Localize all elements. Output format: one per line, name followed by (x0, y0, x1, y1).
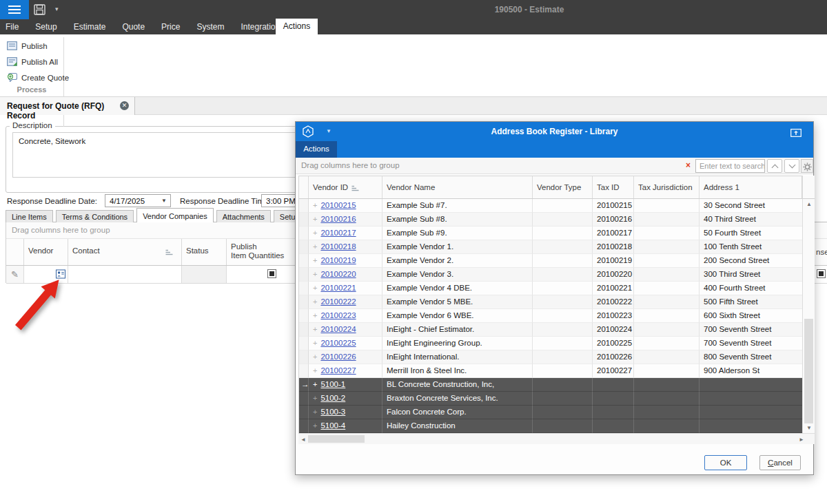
clear-search-icon[interactable]: × (686, 160, 691, 170)
vendor-id-link[interactable]: 20100222 (320, 297, 356, 306)
cancel-button[interactable]: Cancel (759, 455, 801, 470)
menu-item-file[interactable]: File (0, 19, 27, 34)
column-header-vendor[interactable]: Vendor (24, 239, 68, 265)
vendor-id-link[interactable]: 20100220 (320, 270, 356, 278)
pin-window-icon[interactable] (790, 127, 802, 140)
search-input[interactable] (695, 159, 765, 173)
expand-plus-icon[interactable]: + (313, 325, 317, 333)
vendor-id-link[interactable]: 5100-3 (320, 408, 345, 416)
vendor-row-20100219[interactable]: +20100219Example Vendor 2.20100219200 Se… (299, 254, 802, 268)
licensed-checkbox-partial[interactable] (817, 269, 826, 278)
tab-line-items[interactable]: Line Items (6, 210, 53, 222)
vendor-row-20100218[interactable]: +20100218Example Vendor 1.20100218100 Te… (299, 240, 802, 254)
expand-plus-icon[interactable]: + (313, 256, 317, 264)
vendor-id-link[interactable]: 20100217 (320, 229, 356, 237)
vendor-id-link[interactable]: 20100227 (320, 366, 356, 375)
column-header-vendor-id[interactable]: Vendor ID (309, 176, 382, 198)
search-previous-button[interactable] (767, 159, 782, 173)
vendor-row-20100220[interactable]: +20100220Example Vendor 3.20100220300 Th… (299, 268, 802, 282)
hamburger-menu-button[interactable] (0, 0, 29, 19)
column-header-contact[interactable]: Contact (68, 239, 182, 265)
tab-terms-conditions[interactable]: Terms & Conditions (56, 210, 134, 222)
menu-tab-actions[interactable]: Actions (276, 19, 318, 34)
tab-attachments[interactable]: Attachments (216, 210, 271, 222)
vertical-scrollbar-thumb[interactable] (804, 319, 813, 423)
ok-button[interactable]: OK (704, 455, 747, 470)
vendor-row-5100-3[interactable]: +5100-3Falcon Concrete Corp. (299, 406, 802, 419)
vendor-id-link[interactable]: 20100224 (320, 325, 356, 333)
column-header-address-1[interactable]: Address 1 (700, 176, 803, 198)
document-tab-rfq-record[interactable]: Request for Quote (RFQ) Record ✕ (0, 97, 135, 115)
vendor-id-link[interactable]: 20100225 (320, 339, 356, 347)
expand-plus-icon[interactable]: + (313, 297, 317, 306)
expand-plus-icon[interactable]: + (313, 201, 317, 209)
horizontal-scrollbar-thumb[interactable] (308, 435, 365, 443)
dialog-tab-actions[interactable]: Actions (296, 141, 337, 158)
publish-button[interactable]: Publish (7, 40, 48, 52)
vendor-id-link[interactable]: 20100215 (320, 201, 356, 209)
column-header-tax-id[interactable]: Tax ID (593, 176, 634, 198)
horizontal-scrollbar[interactable]: ◄ ► (298, 433, 815, 444)
vendor-id-link[interactable]: 5100-1 (320, 380, 345, 388)
expand-plus-icon[interactable]: + (313, 229, 317, 237)
menu-item-quote[interactable]: Quote (114, 19, 153, 34)
close-icon[interactable]: ✕ (120, 101, 129, 110)
vendor-row-20100216[interactable]: +20100216Example Sub #8.2010021640 Third… (299, 213, 802, 227)
create-quote-button[interactable]: Create Quote (7, 72, 69, 84)
expand-plus-icon[interactable]: + (313, 408, 317, 416)
menu-item-setup[interactable]: Setup (27, 19, 65, 34)
vendor-id-link[interactable]: 5100-4 (320, 421, 345, 430)
expand-plus-icon[interactable]: + (313, 366, 317, 375)
expand-plus-icon[interactable]: + (313, 284, 317, 292)
expand-plus-icon[interactable]: + (313, 353, 317, 361)
chevron-down-icon[interactable]: ▼ (161, 198, 167, 204)
vendor-row-20100226[interactable]: +20100226InEight International.201002268… (299, 350, 802, 364)
expand-plus-icon[interactable]: + (313, 339, 317, 347)
vendor-id-link[interactable]: 20100219 (320, 256, 356, 264)
vendor-id-link[interactable]: 5100-2 (320, 394, 345, 402)
vendor-row-5100-2[interactable]: +5100-2Braxton Concrete Services, Inc. (299, 392, 802, 406)
vendor-row-20100217[interactable]: +20100217Example Sub #9.2010021750 Fourt… (299, 227, 802, 240)
menu-item-system[interactable]: System (188, 19, 232, 34)
expand-plus-icon[interactable]: + (313, 421, 317, 430)
expand-plus-icon[interactable]: + (313, 242, 317, 251)
search-next-button[interactable] (784, 159, 799, 173)
gear-icon[interactable] (801, 159, 813, 173)
tab-vendor-companies[interactable]: Vendor Companies (136, 208, 214, 222)
expand-plus-icon[interactable]: + (313, 394, 317, 402)
scroll-up-icon[interactable]: ▲ (806, 201, 812, 207)
column-header-publish-item-quantities[interactable]: Publish Item Quantities (227, 239, 302, 265)
vendor-row-20100224[interactable]: +20100224InEight - Chief Estimator.20100… (299, 323, 802, 337)
scroll-right-icon[interactable]: ► (799, 437, 804, 443)
menu-item-estimate[interactable]: Estimate (65, 19, 114, 34)
vendor-row-20100222[interactable]: +20100222Example Vendor 5 MBE.2010022250… (299, 295, 802, 309)
scroll-left-icon[interactable]: ◄ (300, 437, 306, 443)
expand-plus-icon[interactable]: + (313, 380, 317, 388)
vendor-id-link[interactable]: 20100223 (320, 311, 356, 319)
column-header-tax-jurisdiction[interactable]: Tax Jurisdiction (634, 176, 700, 198)
dialog-group-by-bar[interactable]: Drag columns here to group × (296, 158, 813, 174)
deadline-date-combobox[interactable]: 4/17/2025 ▼ (105, 194, 171, 207)
contact-cell[interactable] (68, 266, 182, 283)
vendor-row-20100223[interactable]: +20100223Example Vendor 6 WBE.2010022360… (299, 309, 802, 323)
vendor-id-link[interactable]: 20100218 (320, 242, 356, 251)
menu-item-price[interactable]: Price (153, 19, 188, 34)
save-dropdown-caret-icon[interactable]: ▾ (55, 6, 59, 12)
vendor-row-20100225[interactable]: +20100225InEight Engineering Group.20100… (299, 337, 802, 350)
column-header-vendor-name[interactable]: Vendor Name (382, 176, 533, 198)
publish-item-quantities-checkbox[interactable] (267, 269, 276, 278)
column-header-vendor-type[interactable]: Vendor Type (533, 176, 593, 198)
expand-plus-icon[interactable]: + (313, 215, 317, 223)
vendor-row-5100-4[interactable]: +5100-4Hailey Construction (299, 419, 802, 433)
vendor-row-5100-1[interactable]: →+5100-1BL Concrete Construction, Inc, (299, 378, 802, 392)
save-icon[interactable] (34, 4, 45, 18)
column-header-status[interactable]: Status (182, 239, 227, 265)
publish-all-button[interactable]: Publish All (7, 56, 58, 68)
vendor-row-20100221[interactable]: +20100221Example Vendor 4 DBE.2010022140… (299, 282, 802, 295)
vendor-id-link[interactable]: 20100216 (320, 215, 356, 223)
vendor-row-20100227[interactable]: +20100227Merrill Iron & Steel Inc.201002… (299, 364, 802, 378)
expand-plus-icon[interactable]: + (313, 270, 317, 278)
dialog-title-bar[interactable]: ▼ Address Book Register - Library (296, 122, 813, 141)
vendor-id-link[interactable]: 20100221 (320, 284, 356, 292)
vendor-id-link[interactable]: 20100226 (320, 353, 356, 361)
